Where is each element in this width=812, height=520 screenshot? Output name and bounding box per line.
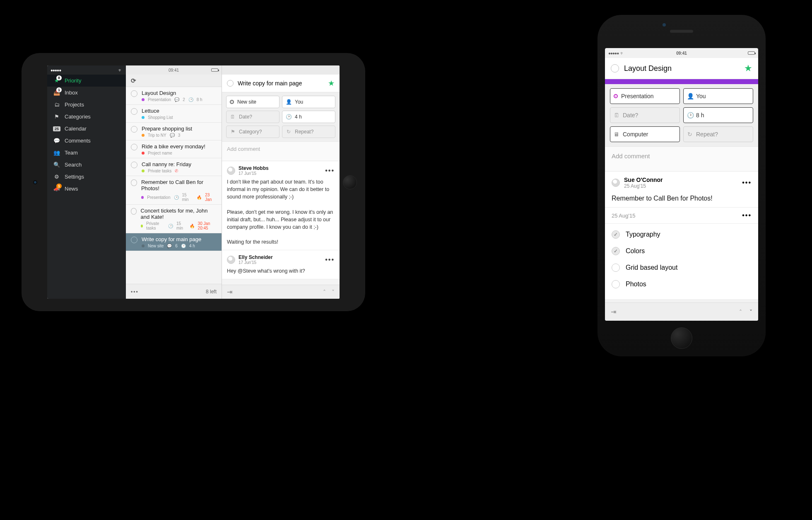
checkbox[interactable] xyxy=(612,264,620,272)
project-dot xyxy=(142,244,145,247)
checklist-item[interactable]: ✓Colors xyxy=(612,243,752,259)
priority-badge: 8 xyxy=(56,75,62,80)
repeat-pill[interactable]: ↻Repeat? xyxy=(683,126,753,142)
complete-toggle[interactable] xyxy=(131,162,137,168)
task-row[interactable]: Concert tickets for me, John and Kate!Pr… xyxy=(126,205,222,233)
complete-toggle[interactable] xyxy=(131,90,137,97)
complete-toggle[interactable] xyxy=(131,126,137,133)
signal-icon xyxy=(608,51,619,56)
sidebar-item-label: Categories xyxy=(65,114,91,120)
task-meta: Shopping List xyxy=(142,115,173,120)
add-comment-box[interactable]: Add comment xyxy=(605,147,758,172)
status-bar-middle: 09:41 xyxy=(126,65,222,75)
star-icon[interactable]: ★ xyxy=(328,79,335,88)
sidebar-item-priority[interactable]: ★ 8 Priority xyxy=(47,75,126,87)
checkbox[interactable]: ✓ xyxy=(612,247,620,255)
more-icon[interactable]: ••• xyxy=(742,212,752,219)
task-row[interactable]: Remember to Call Ben for Photos!Presenta… xyxy=(126,176,222,205)
duration-pill[interactable]: 🕑4 h xyxy=(282,111,335,123)
complete-toggle[interactable] xyxy=(131,237,137,243)
checklist-item[interactable]: ✓Typography xyxy=(612,226,752,243)
checklist-item[interactable]: Grid based layout xyxy=(612,259,752,276)
more-icon[interactable]: ••• xyxy=(325,167,335,174)
phone-comment: Sue O'Connor 25 Aug'15 ••• Remember to C… xyxy=(605,172,758,208)
sidebar-item-news[interactable]: 📣 1 News xyxy=(47,183,126,195)
collapse-icon[interactable]: ⇥ xyxy=(611,308,616,316)
project-pill[interactable]: New site xyxy=(226,96,280,108)
complete-toggle[interactable] xyxy=(131,144,137,150)
complete-toggle[interactable] xyxy=(611,64,619,73)
date-pill[interactable]: 🗓Date? xyxy=(610,107,680,123)
complete-toggle[interactable] xyxy=(131,108,137,115)
refresh-icon[interactable]: ⟳ xyxy=(131,77,136,85)
project-name: Private tasks xyxy=(146,221,165,230)
calendar-icon: 25 xyxy=(53,126,60,131)
checklist-item[interactable]: Photos xyxy=(612,276,752,293)
comment-body: I don't like the part about our team. It… xyxy=(227,176,335,247)
complete-toggle[interactable] xyxy=(131,179,137,186)
date-pill[interactable]: 🗓Date? xyxy=(226,111,280,123)
task-row[interactable]: Write copy for main pageNew site 💬6 🕑4 h xyxy=(126,233,222,251)
comment-body: Hey @Steve what's wrong with it? xyxy=(227,265,335,276)
sidebar-item-inbox[interactable]: 📥 1 Inbox xyxy=(47,87,126,99)
duration-pill[interactable]: 🕑8 h xyxy=(683,107,753,123)
task-row[interactable]: Call nanny re: FridayPrivate tasks ✆ xyxy=(126,158,222,176)
add-comment-box[interactable]: Add comment xyxy=(222,141,340,161)
flag-icon: ⚑ xyxy=(53,114,60,120)
comment-count-icon: 💬 xyxy=(167,244,172,248)
next-icon[interactable]: ˅ xyxy=(749,309,752,315)
next-icon[interactable]: ˅ xyxy=(332,289,335,295)
project-name: Private tasks xyxy=(148,169,171,173)
checkbox[interactable] xyxy=(612,280,620,288)
project-name: Presentation xyxy=(147,195,170,200)
sidebar-item-team[interactable]: 👥 Team xyxy=(47,147,126,159)
battery-icon xyxy=(748,51,755,55)
task-row[interactable]: Layout DesignPresentation 💬2 🕑8 h xyxy=(126,87,222,105)
repeat-pill[interactable]: ↻Repeat? xyxy=(282,126,335,138)
checklist-label: Typography xyxy=(626,231,660,238)
comment-author: Steve Hobbs xyxy=(239,165,269,171)
iphone-device: ᯤ 09:41 Layout Design ★ Presentation 👤Yo… xyxy=(598,15,766,356)
sidebar-item-comments[interactable]: 💬 Comments xyxy=(47,135,126,147)
category-pill[interactable]: 🖥Computer xyxy=(610,126,680,142)
ipad-device: ᯤ ★ 8 Priority 📥 1 Inbox 🗂 Projects ⚑ Ca… xyxy=(22,53,365,311)
task-row[interactable]: LettuceShopping List xyxy=(126,105,222,123)
search-icon: 🔍 xyxy=(53,162,60,168)
sidebar: ᯤ ★ 8 Priority 📥 1 Inbox 🗂 Projects ⚑ Ca… xyxy=(47,65,126,299)
prev-icon[interactable]: ˄ xyxy=(323,289,326,295)
task-row[interactable]: Ride a bike every monday!Project name xyxy=(126,140,222,158)
category-pill[interactable]: ⚑Category? xyxy=(226,126,280,138)
task-title: Write copy for main page xyxy=(238,80,324,87)
sidebar-item-settings[interactable]: ⚙ Settings xyxy=(47,171,126,183)
task-row[interactable]: Prepare shopping listTrip to NY 💬3 xyxy=(126,123,222,140)
checklist: ✓Typography✓ColorsGrid based layoutPhoto… xyxy=(605,224,758,299)
sidebar-item-categories[interactable]: ⚑ Categories xyxy=(47,111,126,123)
collapse-icon[interactable]: ⇥ xyxy=(227,288,232,296)
more-icon[interactable]: ••• xyxy=(131,289,139,295)
assignee-pill[interactable]: 👤You xyxy=(683,88,753,104)
sidebar-item-projects[interactable]: 🗂 Projects xyxy=(47,99,126,111)
checklist-label: Grid based layout xyxy=(626,264,677,271)
project-dot xyxy=(141,196,144,199)
comment-date: 25 Aug'15 xyxy=(624,183,663,189)
task-meta: Project name xyxy=(142,151,205,155)
assignee-pill[interactable]: 👤You xyxy=(282,96,335,108)
clock-icon: 🕑 xyxy=(687,112,693,119)
sidebar-item-calendar[interactable]: 25 Calendar xyxy=(47,123,126,135)
project-pill[interactable]: Presentation xyxy=(610,88,680,104)
checklist-label: Photos xyxy=(626,281,646,288)
battery-icon xyxy=(211,68,218,73)
more-icon[interactable]: ••• xyxy=(325,256,335,264)
task-title: Call nanny re: Friday xyxy=(142,161,191,167)
iphone-home-button[interactable] xyxy=(671,327,692,349)
checkbox[interactable]: ✓ xyxy=(612,230,620,239)
prev-icon[interactable]: ˄ xyxy=(739,309,742,315)
team-icon: 👥 xyxy=(53,150,60,156)
sidebar-item-label: Inbox xyxy=(65,89,78,96)
complete-toggle[interactable] xyxy=(227,80,234,87)
star-icon[interactable]: ★ xyxy=(744,63,752,74)
ipad-home-button[interactable] xyxy=(343,175,357,189)
complete-toggle[interactable] xyxy=(131,208,137,215)
sidebar-item-search[interactable]: 🔍 Search xyxy=(47,159,126,171)
more-icon[interactable]: ••• xyxy=(742,179,752,186)
